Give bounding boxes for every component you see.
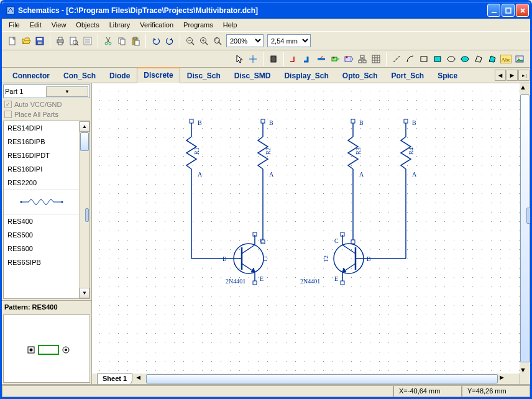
tab-con-sch[interactable]: Con_Sch [57, 68, 103, 83]
tab-disc-smd[interactable]: Disc_SMD [227, 68, 278, 83]
zoom-in-icon[interactable] [197, 34, 211, 48]
arc-icon[interactable] [403, 52, 417, 66]
zoom-out-icon[interactable] [183, 34, 197, 48]
menu-verification[interactable]: Verification [135, 20, 178, 30]
svg-point-77 [30, 349, 33, 352]
netport-icon[interactable] [328, 52, 342, 66]
list-item[interactable]: RES500 [4, 228, 79, 242]
svg-line-111 [242, 245, 255, 254]
list-item[interactable]: RES16DIPB [4, 135, 79, 149]
tab-disc-sch[interactable]: Disc_Sch [180, 68, 227, 83]
schematic-canvas[interactable]: B R1 A B [92, 83, 530, 384]
paste-icon[interactable] [129, 34, 142, 48]
hierarchy-icon[interactable] [355, 52, 369, 66]
ellipse-icon[interactable] [444, 52, 458, 66]
scroll-up-icon[interactable]: ▲ [80, 121, 89, 132]
fillrect-icon[interactable] [431, 52, 444, 66]
bus-icon[interactable] [301, 52, 314, 66]
svg-point-65 [447, 57, 455, 62]
fillellipse-icon[interactable] [458, 52, 472, 66]
menu-programs[interactable]: Programs [179, 20, 218, 30]
poly-icon[interactable] [472, 52, 485, 66]
copy-icon[interactable] [115, 34, 129, 48]
app-window: Schematics - [C:\Program Files\DipTrace\… [0, 0, 532, 399]
scroll-up-icon[interactable]: ▲ [520, 83, 530, 91]
fillpoly-icon[interactable] [485, 52, 499, 66]
sheet-tab[interactable]: Sheet 1 [97, 374, 132, 384]
undo-icon[interactable] [149, 34, 163, 48]
text-icon[interactable]: Abc [499, 52, 513, 66]
tab-discrete[interactable]: Discrete [137, 67, 180, 83]
tab-spice[interactable]: Spice [431, 68, 464, 83]
scroll-pad[interactable] [526, 208, 530, 224]
scroll-down-icon[interactable]: ▼ [80, 288, 89, 298]
page-connector-icon[interactable] [342, 52, 355, 66]
scroll-left-icon[interactable]: ◄ [135, 374, 145, 384]
part-list-scrollbar[interactable]: ▲ ▼ [79, 121, 89, 298]
tab-opto-sch[interactable]: Opto_Sch [336, 68, 385, 83]
canvas-vscrollbar[interactable]: ▲ ▼ [520, 83, 530, 374]
svg-text:2N4401: 2N4401 [226, 278, 245, 285]
menu-edit[interactable]: Edit [25, 20, 46, 30]
rect-icon[interactable] [417, 52, 431, 66]
menu-help[interactable]: Help [219, 20, 242, 30]
svg-rect-80 [190, 119, 193, 123]
list-item[interactable]: RES600 [4, 242, 79, 255]
titles-icon[interactable] [81, 34, 94, 48]
scroll-down-icon[interactable]: ▼ [520, 366, 530, 374]
cut-icon[interactable] [101, 34, 115, 48]
svg-text:B: B [269, 119, 273, 126]
part-selector[interactable]: Part 1 ▼ [3, 85, 90, 98]
menu-view[interactable]: View [47, 20, 71, 30]
preview-icon[interactable] [67, 34, 81, 48]
scroll-pad[interactable] [85, 208, 89, 222]
origin-icon[interactable] [246, 52, 260, 66]
svg-point-49 [346, 56, 348, 58]
tab-port-sch[interactable]: Port_Sch [385, 68, 431, 83]
grid-select[interactable]: 2,54 mm [267, 34, 311, 47]
tab-diode[interactable]: Diode [103, 68, 137, 83]
zoom-window-icon[interactable] [211, 34, 224, 48]
print-icon[interactable] [53, 34, 67, 48]
svg-rect-2 [506, 8, 511, 13]
auto-vcc-checkbox[interactable]: ✓Auto VCC/GND [2, 99, 91, 109]
menu-objects[interactable]: Objects [71, 20, 103, 30]
minimize-button[interactable] [487, 4, 500, 17]
list-item[interactable]: RES400 [4, 214, 79, 228]
tabs-scroll-right[interactable]: ► [507, 70, 518, 81]
tab-display-sch[interactable]: Display_Sch [277, 68, 335, 83]
dropdown-icon[interactable]: ▼ [46, 86, 88, 97]
redo-icon[interactable] [163, 34, 177, 48]
open-icon[interactable] [19, 34, 33, 48]
scroll-right-icon[interactable]: ► [498, 374, 509, 384]
list-item[interactable]: RES6SIPB [4, 255, 79, 269]
save-icon[interactable] [33, 34, 47, 48]
tabs-scroll-end[interactable]: ►| [518, 70, 530, 81]
grid-icon[interactable] [369, 52, 383, 66]
busentry-icon[interactable] [314, 52, 328, 66]
list-item[interactable]: RES16DIPDT [4, 149, 79, 162]
part-list[interactable]: RES14DIPI RES16DIPB RES16DIPDT RES16DIPI… [3, 121, 90, 299]
titlebar[interactable]: Schematics - [C:\Program Files\DipTrace\… [2, 2, 530, 19]
close-button[interactable] [516, 4, 529, 17]
list-item-preview[interactable] [4, 190, 79, 214]
image-icon[interactable] [513, 52, 526, 66]
list-item[interactable]: RES16DIPI [4, 162, 79, 176]
app-icon [6, 6, 16, 16]
canvas-hscrollbar[interactable]: Sheet 1 ◄ ► [92, 374, 530, 384]
list-item[interactable]: RES14DIPI [4, 121, 79, 135]
svg-rect-93 [351, 119, 355, 123]
new-icon[interactable] [6, 34, 19, 48]
pointer-icon[interactable] [232, 52, 246, 66]
component-icon[interactable] [267, 52, 280, 66]
menu-library[interactable]: Library [105, 20, 135, 30]
maximize-button[interactable] [502, 4, 515, 17]
menu-file[interactable]: File [4, 20, 24, 30]
list-item[interactable]: RES2200 [4, 176, 79, 190]
zoom-select[interactable]: 200% [226, 34, 264, 47]
place-all-checkbox[interactable]: Place All Parts [2, 109, 91, 119]
tab-connector[interactable]: Connector [6, 68, 57, 83]
line-icon[interactable] [390, 52, 403, 66]
tabs-scroll-left[interactable]: ◄ [495, 70, 506, 81]
wire-icon[interactable] [287, 52, 301, 66]
